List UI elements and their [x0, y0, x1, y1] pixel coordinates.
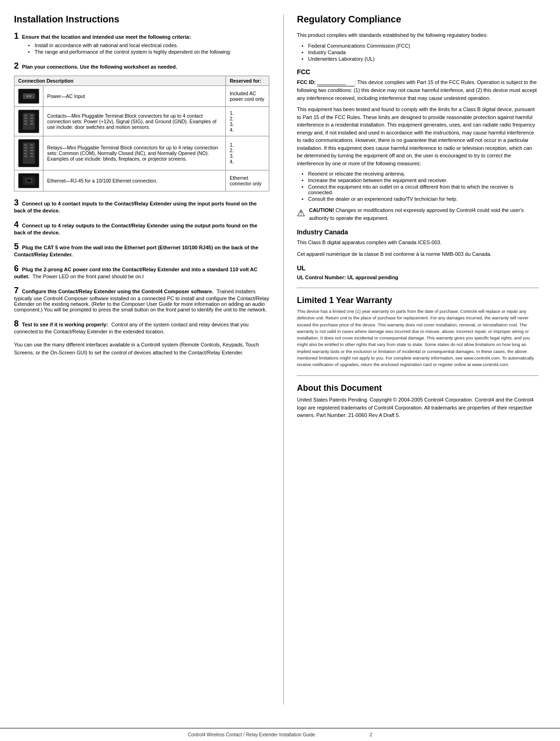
warranty-title: Limited 1 Year Warranty [297, 296, 539, 305]
contacts-icon-svg [22, 112, 36, 131]
contacts-reserved-list: 1. 2. 3. 4. [230, 110, 265, 133]
svg-rect-14 [24, 147, 27, 148]
step-1-body: Install in accordance with all national … [23, 42, 269, 55]
connection-table: Connection Description Reserved for: [14, 76, 269, 191]
right-column: Regulatory Compliance This product compl… [283, 14, 539, 705]
ethernet-icon-cell [14, 170, 43, 191]
step-2-number: 2 [14, 61, 19, 71]
table-row: Ethernet—RJ-45 for a 10/100 Ethernet con… [14, 170, 269, 191]
fcc-body1: This equipment has been tested and found… [297, 106, 539, 167]
connection-table-wrapper: Connection Description Reserved for: [14, 76, 269, 191]
industry-canada-body2: Cet appareil numérique de la classe B es… [297, 250, 539, 258]
closing-text: You can use the many different interface… [14, 341, 269, 356]
ul-body: UL Control Number: UL approval pending [297, 275, 539, 280]
step-5-label: Plug the CAT 5 wire from the wall into t… [14, 245, 259, 257]
svg-rect-8 [30, 115, 33, 116]
contacts-description: Contacts—Mini Pluggable Terminal Block c… [43, 107, 226, 136]
table-row: Contacts—Mini Pluggable Terminal Block c… [14, 107, 269, 136]
warranty-body: This device has a limited one (1) year w… [297, 308, 539, 368]
contacts-reserved-item-2: 2. [230, 116, 265, 121]
svg-rect-2 [29, 95, 31, 97]
step-1-label: Ensure that the location and intended us… [22, 34, 191, 40]
contacts-device-icon [18, 110, 39, 133]
svg-rect-1 [27, 95, 28, 97]
table-header-row: Connection Description Reserved for: [14, 76, 269, 86]
table-row: Power—AC Input Included AC power cord on… [14, 86, 269, 107]
ethernet-reserved: Ethernet connector only [226, 170, 269, 191]
industry-canada-section: Industry Canada This Class B digital app… [297, 228, 539, 258]
svg-rect-15 [24, 150, 27, 151]
contacts-reserved-item-1: 1. [230, 110, 265, 116]
fcc-id-value: __________ [317, 78, 355, 87]
svg-rect-21 [30, 153, 33, 154]
regulatory-intro: This product complies with standards est… [297, 31, 539, 39]
step-1-bullet-2: The range and performance of the control… [28, 49, 269, 55]
fcc-bullet-3: Connect the equipment into an outlet on … [301, 184, 539, 195]
industry-canada-title: Industry Canada [297, 228, 539, 236]
fcc-bullet-4: Consult the dealer or an experienced rad… [301, 196, 539, 202]
step-6-number: 6 [14, 264, 19, 273]
ethernet-device-icon [18, 173, 39, 188]
regulatory-body-1: Federal Communications Commission (FCC) [301, 43, 539, 49]
step-3-number: 3 [14, 198, 19, 207]
step-1-bullet-1: Install in accordance with all national … [28, 42, 269, 48]
svg-rect-17 [24, 155, 27, 157]
step-8-number: 8 [14, 319, 19, 328]
svg-rect-20 [30, 150, 33, 151]
content-area: Installation Instructions 1 Ensure that … [0, 0, 560, 728]
power-reserved: Included AC power cord only [226, 86, 269, 107]
ul-section: UL UL Control Number: UL approval pendin… [297, 264, 539, 280]
relays-icon-svg [22, 141, 36, 165]
relays-reserved-list: 1. 2. 3. 4. [230, 142, 265, 164]
page: Installation Instructions 1 Ensure that … [0, 0, 560, 741]
fcc-id-label: FCC ID: [297, 79, 315, 85]
table-col2-header: Reserved for: [226, 76, 269, 86]
svg-rect-10 [30, 120, 33, 122]
fcc-title: FCC [297, 68, 539, 76]
svg-rect-0 [23, 93, 35, 99]
caution-bold: CAUTION! [309, 207, 334, 213]
relays-reserved-item-1: 1. [230, 142, 265, 148]
svg-rect-11 [30, 123, 33, 125]
step-2: 2 Plan your connections. Use the followi… [14, 61, 269, 191]
step-3-label: Connect up to 4 contact inputs to the Co… [14, 201, 257, 213]
warranty-divider [297, 288, 539, 288]
ul-title: UL [297, 264, 539, 272]
relays-device-icon [18, 139, 39, 167]
svg-rect-13 [24, 144, 27, 146]
svg-rect-16 [24, 153, 27, 154]
ethernet-icon-svg [22, 176, 36, 186]
svg-rect-25 [27, 179, 31, 182]
table-col1-header: Connection Description [14, 76, 226, 86]
step-5: 5 Plug the CAT 5 wire from the wall into… [14, 242, 269, 257]
step-7: 7 Configure this Contact/Relay Extender … [14, 286, 269, 312]
svg-rect-19 [30, 147, 33, 148]
step-4-label: Connect up to 4 relay outputs to the Con… [14, 223, 257, 235]
installation-title: Installation Instructions [14, 14, 269, 25]
about-title: About this Document [297, 383, 539, 393]
regulatory-body-2: Industry Canada [301, 49, 539, 55]
contacts-reserved-item-4: 4. [230, 127, 265, 133]
relays-reserved-item-4: 4. [230, 159, 265, 164]
power-description: Power—AC Input [43, 86, 226, 107]
contacts-reserved: 1. 2. 3. 4. [226, 107, 269, 136]
svg-rect-5 [24, 118, 27, 119]
svg-rect-22 [30, 155, 33, 157]
power-icon-cell [14, 86, 43, 107]
step-7-number: 7 [14, 286, 19, 295]
regulatory-body-3: Underwriters Laboratory (UL) [301, 56, 539, 62]
caution-normal: Changes or modifications not expressly a… [309, 207, 524, 221]
power-icon-svg [22, 92, 36, 101]
relays-icon-cell [14, 136, 43, 170]
relays-reserved-item-3: 3. [230, 153, 265, 159]
step-1-bullets: Install in accordance with all national … [28, 42, 269, 55]
left-column: Installation Instructions 1 Ensure that … [14, 14, 269, 705]
fcc-id-paragraph: FCC ID: __________: This device complies… [297, 78, 539, 102]
step-5-number: 5 [14, 242, 19, 251]
step-8: 8 Test to see if it is working properly:… [14, 319, 269, 334]
svg-rect-18 [30, 144, 33, 146]
contacts-icon-cell [14, 107, 43, 136]
step-3: 3 Connect up to 4 contact inputs to the … [14, 198, 269, 213]
regulatory-bodies-list: Federal Communications Commission (FCC) … [301, 43, 539, 62]
step-4: 4 Connect up to 4 relay outputs to the C… [14, 220, 269, 235]
